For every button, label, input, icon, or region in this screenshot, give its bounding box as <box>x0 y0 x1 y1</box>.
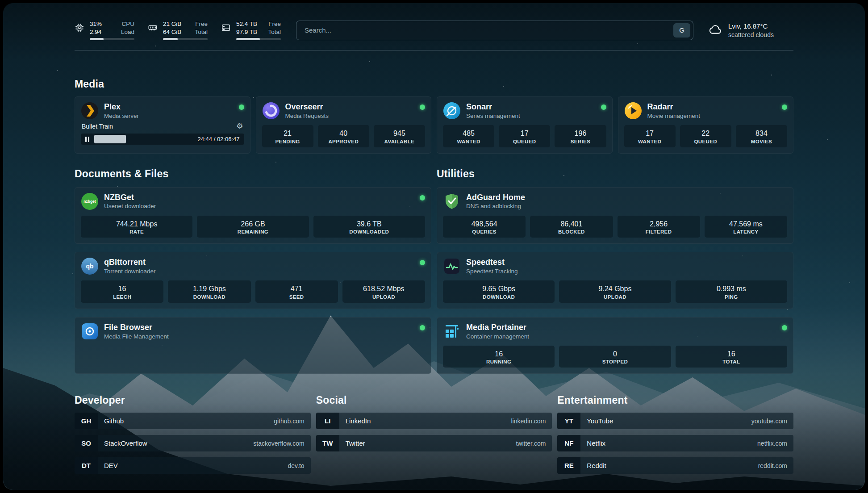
section-utilities: Utilities AdGuard Home DNS and adblockin… <box>437 168 793 374</box>
stat-rate: 744.21 Mbps RATE <box>81 216 192 238</box>
stat-downloaded: 39.6 TB DOWNLOADED <box>313 216 425 238</box>
status-dot-portainer <box>782 325 787 330</box>
bookmark-youtube[interactable]: YT YouTube youtube.com <box>557 413 793 429</box>
section-media: Media Plex Media server <box>75 78 793 154</box>
status-dot-radarr <box>782 104 787 110</box>
playback-progress-bar[interactable]: 24:44 / 02:06:47 <box>81 134 244 145</box>
bookmark-netflix[interactable]: NF Netflix netflix.com <box>557 435 793 451</box>
app-subtitle-speedtest: Speedtest Tracking <box>466 268 518 275</box>
app-name-plex: Plex <box>104 102 139 112</box>
app-card-radarr[interactable]: Radarr Movie management 17 WANTED 22 QUE… <box>618 96 794 154</box>
playback-progress-fill <box>94 135 126 143</box>
bookmark-abbr: LI <box>316 413 339 429</box>
memory-usage-bar <box>163 38 208 40</box>
app-subtitle-sonarr: Series management <box>466 113 520 119</box>
weather-condition: scattered clouds <box>728 31 774 38</box>
app-card-adguard[interactable]: AdGuard Home DNS and adblocking 498,564 … <box>437 187 793 244</box>
settings-gear-icon[interactable]: ⚙ <box>236 122 243 130</box>
bookmark-stackoverflow[interactable]: SO StackOverflow stackoverflow.com <box>75 435 311 451</box>
search-input[interactable] <box>304 26 670 34</box>
app-subtitle-portainer: Container management <box>466 333 529 340</box>
cpu-load-label: Load <box>121 28 134 36</box>
cpu-percent: 31% <box>90 20 102 28</box>
bookmark-name: Github <box>98 417 124 425</box>
app-subtitle-overseerr: Media Requests <box>285 113 329 119</box>
bookmark-url: netflix.com <box>757 440 793 447</box>
speedtest-icon <box>443 257 461 275</box>
section-bookmarks: Developer GH Github github.com SO StackO… <box>75 394 793 480</box>
cpu-label: CPU <box>121 20 134 28</box>
search-provider-button[interactable]: G <box>673 23 690 38</box>
status-dot-nzbget <box>420 195 425 201</box>
bookmark-url: twitter.com <box>516 440 552 447</box>
bookmark-dev[interactable]: DT DEV dev.to <box>75 457 311 474</box>
memory-free-label: Free <box>195 20 208 28</box>
app-card-speedtest[interactable]: Speedtest Speedtest Tracking 9.65 Gbps D… <box>437 252 793 309</box>
app-subtitle-qbittorrent: Torrent downloader <box>104 268 156 275</box>
system-widgets: 31%CPU 2.94Load 21 GiBFree 64 GiBTotal <box>75 20 281 40</box>
pause-icon[interactable] <box>85 137 89 142</box>
section-title-utilities: Utilities <box>437 168 793 180</box>
section-title-documents: Documents & Files <box>75 168 431 180</box>
app-card-portainer[interactable]: Media Portainer Container management 16 … <box>437 317 793 374</box>
stat-leech: 16 LEECH <box>81 280 163 303</box>
app-name-adguard: AdGuard Home <box>466 193 525 203</box>
bookmark-abbr: NF <box>557 435 580 451</box>
status-dot-qbittorrent <box>420 260 425 265</box>
cpu-load: 2.94 <box>90 28 101 36</box>
app-name-qbittorrent: qBittorrent <box>104 258 156 267</box>
adguard-icon <box>443 192 461 210</box>
portainer-icon <box>443 322 461 340</box>
app-subtitle-plex: Media server <box>104 113 139 119</box>
stat-pending: 21 PENDING <box>262 125 313 147</box>
app-card-plex[interactable]: Plex Media server Bullet Train ⚙ <box>75 96 250 154</box>
app-card-sonarr[interactable]: Sonarr Series management 485 WANTED 17 Q… <box>437 96 613 154</box>
nzbget-icon: nzbget <box>81 192 99 210</box>
section-mid: Documents & Files nzbget NZBGet Usenet d… <box>75 168 793 374</box>
app-card-qbittorrent[interactable]: qb qBittorrent Torrent downloader 16 LEE… <box>75 252 431 309</box>
svg-text:nzbget: nzbget <box>83 199 96 204</box>
memory-free: 21 GiB <box>163 20 181 28</box>
weather-location: Lviv, 16.87°C <box>728 22 774 31</box>
stat-seed: 471 SEED <box>255 280 338 303</box>
plex-icon <box>81 102 99 120</box>
filebrowser-icon <box>81 322 99 340</box>
stat-ping: 0.993 ms PING <box>676 280 787 303</box>
cpu-usage-bar <box>90 38 134 40</box>
app-card-nzbget[interactable]: nzbget NZBGet Usenet downloader 744.21 M… <box>75 187 431 244</box>
app-name-speedtest: Speedtest <box>466 258 518 267</box>
plex-now-playing: Bullet Train ⚙ 24:44 / 02:06:47 <box>81 120 244 145</box>
status-dot-plex <box>239 104 244 110</box>
app-card-overseerr[interactable]: Overseerr Media Requests 21 PENDING 40 A… <box>256 96 432 154</box>
app-subtitle-radarr: Movie management <box>647 113 701 119</box>
bookmark-reddit[interactable]: RE Reddit reddit.com <box>557 457 793 474</box>
bookmark-abbr: YT <box>557 413 580 429</box>
cpu-usage-bar-fill <box>90 38 104 40</box>
stat-blocked: 86,401 BLOCKED <box>530 216 613 238</box>
bookmark-name: Reddit <box>580 462 606 469</box>
section-title-developer: Developer <box>75 394 311 406</box>
stat-wanted: 485 WANTED <box>443 125 494 147</box>
weather-widget: Lviv, 16.87°C scattered clouds <box>709 22 793 38</box>
status-dot-filebrowser <box>420 325 425 330</box>
disk-usage-bar-fill <box>236 38 260 40</box>
bookmark-twitter[interactable]: TW Twitter twitter.com <box>316 435 552 451</box>
memory-total-label: Total <box>195 28 208 36</box>
bookmark-abbr: GH <box>75 413 98 429</box>
app-card-filebrowser[interactable]: File Browser Media File Management <box>75 317 431 374</box>
disk-usage-bar <box>236 38 281 40</box>
stat-available: 945 AVAILABLE <box>374 125 425 147</box>
stat-filtered: 2,956 FILTERED <box>618 216 700 238</box>
bookmark-url: dev.to <box>288 462 311 469</box>
stat-total: 16 TOTAL <box>676 346 787 368</box>
bookmark-github[interactable]: GH Github github.com <box>75 413 311 429</box>
bookmark-abbr: RE <box>557 457 580 474</box>
bookmark-name: DEV <box>98 462 118 469</box>
disk-free-label: Free <box>268 20 281 28</box>
stat-approved: 40 APPROVED <box>318 125 369 147</box>
bookmark-linkedin[interactable]: LI LinkedIn linkedin.com <box>316 413 552 429</box>
app-subtitle-filebrowser: Media File Management <box>104 333 169 340</box>
stat-stopped: 0 STOPPED <box>559 346 671 368</box>
bookmark-url: reddit.com <box>758 462 793 469</box>
status-dot-sonarr <box>601 104 606 110</box>
